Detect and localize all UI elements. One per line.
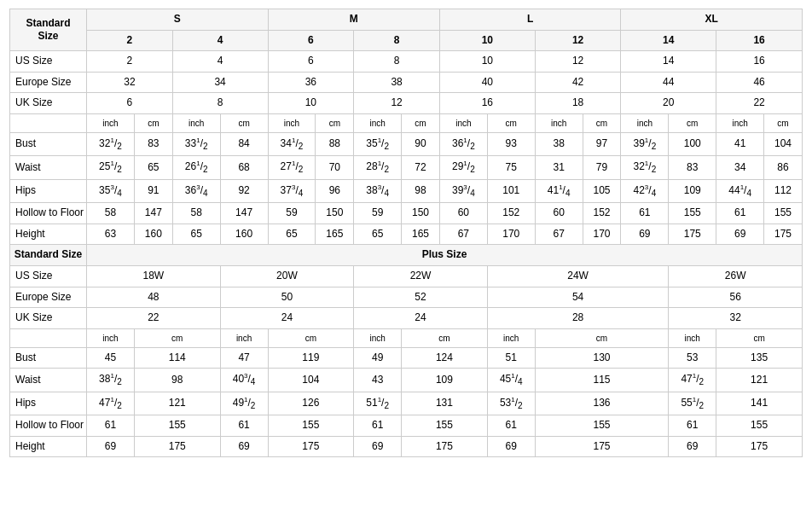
plus-waist-inch-5: 471/2 xyxy=(669,369,716,392)
s-column-header: S xyxy=(87,9,268,31)
plus-unit-cm-1: cm xyxy=(134,328,220,347)
hollow-cm-8: 155 xyxy=(764,203,803,224)
l-column-header: L xyxy=(439,9,620,31)
waist-inch-1: 251/2 xyxy=(87,156,135,179)
bust-label: Bust xyxy=(10,132,87,155)
height-row-standard: Height 63 160 65 160 65 165 65 165 67 17… xyxy=(10,224,803,245)
hollow-inch-2: 58 xyxy=(172,203,220,224)
waist-inch-3: 271/2 xyxy=(268,156,316,179)
waist-cm-1: 65 xyxy=(134,156,172,179)
plus-waist-cm-1: 98 xyxy=(134,369,220,392)
height-label-standard: Height xyxy=(10,224,87,245)
hips-row-standard: Hips 353/4 91 363/4 92 373/4 96 383/4 98… xyxy=(10,179,803,202)
bust-cm-7: 100 xyxy=(669,132,716,155)
hips-cm-4: 98 xyxy=(402,179,440,202)
waist-inch-2: 261/2 xyxy=(172,156,220,179)
hips-cm-3: 96 xyxy=(316,179,354,202)
plus-hips-label: Hips xyxy=(10,392,87,415)
plus-hips-inch-4: 531/2 xyxy=(487,392,535,415)
hips-cm-7: 109 xyxy=(669,179,716,202)
unit-inch-7: inch xyxy=(621,113,669,132)
hollow-cm-6: 152 xyxy=(583,203,621,224)
hollow-cm-5: 152 xyxy=(487,203,535,224)
standard-size-label: StandardSize xyxy=(10,9,87,51)
standard-size-label2: Standard Size xyxy=(10,245,87,266)
plus-uk-32: 32 xyxy=(669,308,803,329)
hips-inch-1: 353/4 xyxy=(87,179,135,202)
plus-waist-inch-3: 43 xyxy=(354,369,402,392)
plus-unit-spacer xyxy=(10,328,87,347)
eu-val-36: 36 xyxy=(268,72,354,93)
hollow-inch-7: 61 xyxy=(621,203,669,224)
plus-hollow-cm-3: 155 xyxy=(402,415,488,437)
us-10: 10 xyxy=(439,30,535,51)
plus-hollow-label: Hollow to Floor xyxy=(10,415,87,437)
eu-size-row: Europe Size 32 34 36 38 40 42 44 46 xyxy=(10,72,803,93)
us-val-2: 2 xyxy=(87,51,173,73)
hollow-row-plus: Hollow to Floor 61 155 61 155 61 155 61 … xyxy=(10,415,803,437)
plus-bust-inch-4: 51 xyxy=(487,347,535,369)
us-val-12: 12 xyxy=(535,51,621,73)
hips-inch-3: 373/4 xyxy=(268,179,316,202)
plus-uk-24: 24 xyxy=(220,308,354,329)
us-val-16: 16 xyxy=(716,51,803,73)
us-val-4: 4 xyxy=(172,51,268,73)
plus-waist-cm-5: 121 xyxy=(716,369,803,392)
plus-bust-label: Bust xyxy=(10,347,87,369)
bust-cm-2: 84 xyxy=(220,132,268,155)
bust-inch-7: 391/2 xyxy=(621,132,669,155)
unit-row-plus: inch cm inch cm inch cm inch cm inch cm xyxy=(10,328,803,347)
height-cm-8: 175 xyxy=(764,224,803,245)
height-inch-6: 67 xyxy=(535,224,583,245)
plus-eu-size-row: Europe Size 48 50 52 54 56 xyxy=(10,287,803,308)
bust-inch-5: 361/2 xyxy=(439,132,487,155)
height-inch-2: 65 xyxy=(172,224,220,245)
plus-us-26w: 26W xyxy=(669,265,803,287)
plus-height-inch-2: 69 xyxy=(220,436,268,457)
plus-unit-cm-3: cm xyxy=(402,328,488,347)
us-14: 14 xyxy=(621,30,716,51)
waist-inch-8: 34 xyxy=(716,156,764,179)
plus-hips-cm-3: 131 xyxy=(402,392,488,415)
plus-hollow-cm-5: 155 xyxy=(716,415,803,437)
hips-inch-4: 383/4 xyxy=(354,179,402,202)
plus-hollow-cm-4: 155 xyxy=(535,415,669,437)
unit-inch-1: inch xyxy=(87,113,135,132)
waist-inch-4: 281/2 xyxy=(354,156,402,179)
hollow-cm-1: 147 xyxy=(134,203,172,224)
plus-waist-cm-2: 104 xyxy=(268,369,354,392)
plus-bust-cm-5: 135 xyxy=(716,347,803,369)
hollow-cm-3: 150 xyxy=(316,203,354,224)
bust-row-plus: Bust 45 114 47 119 49 124 51 130 53 135 xyxy=(10,347,803,369)
plus-us-22w: 22W xyxy=(354,265,488,287)
hips-cm-5: 101 xyxy=(487,179,535,202)
unit-cm-2: cm xyxy=(220,113,268,132)
hips-inch-6: 411/4 xyxy=(535,179,583,202)
uk-size-row: UK Size 6 8 10 12 16 18 20 22 xyxy=(10,93,803,114)
hollow-cm-4: 150 xyxy=(402,203,440,224)
us-12: 12 xyxy=(535,30,621,51)
plus-unit-inch-4: inch xyxy=(487,328,535,347)
unit-cm-5: cm xyxy=(487,113,535,132)
plus-unit-cm-5: cm xyxy=(716,328,803,347)
height-label-plus: Height xyxy=(10,436,87,457)
hips-inch-5: 393/4 xyxy=(439,179,487,202)
eu-val-46: 46 xyxy=(716,72,803,93)
hollow-inch-5: 60 xyxy=(439,203,487,224)
standard-section-header: StandardSize S M L XL xyxy=(10,9,803,31)
bust-cm-8: 104 xyxy=(764,132,803,155)
plus-hips-cm-1: 121 xyxy=(134,392,220,415)
xl-column-header: XL xyxy=(621,9,803,31)
height-cm-6: 170 xyxy=(583,224,621,245)
hollow-inch-3: 59 xyxy=(268,203,316,224)
bust-inch-2: 331/2 xyxy=(172,132,220,155)
plus-hollow-inch-4: 61 xyxy=(487,415,535,437)
plus-bust-inch-2: 47 xyxy=(220,347,268,369)
unit-inch-3: inch xyxy=(268,113,316,132)
us-2: 2 xyxy=(87,30,173,51)
hollow-inch-4: 59 xyxy=(354,203,402,224)
height-cm-3: 165 xyxy=(316,224,354,245)
eu-val-40: 40 xyxy=(439,72,535,93)
uk-val-22: 22 xyxy=(716,93,803,114)
plus-height-inch-3: 69 xyxy=(354,436,402,457)
